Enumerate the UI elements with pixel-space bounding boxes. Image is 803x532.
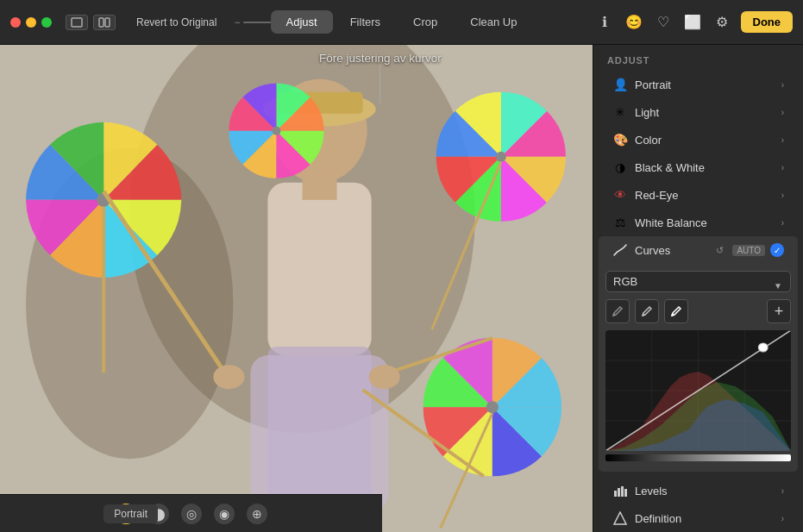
curves-undo-button[interactable]: ↺	[712, 243, 727, 258]
panel-item-portrait[interactable]: 👤 Portrait ›	[599, 71, 798, 98]
levels-chevron: ›	[781, 486, 784, 496]
titlebar: Revert to Original − + Adjust Filters Cr…	[0, 0, 803, 45]
color-label: Color	[635, 134, 781, 147]
svg-rect-37	[614, 491, 617, 497]
svg-point-25	[369, 365, 400, 389]
svg-point-36	[758, 343, 768, 352]
light-label: Light	[635, 106, 781, 119]
bottom-icon-4[interactable]: ⊕	[247, 504, 267, 524]
levels-label: Levels	[635, 485, 781, 498]
bottom-icon-2[interactable]: ◎	[181, 504, 202, 524]
photo-background	[0, 45, 593, 532]
tonal-range-strip	[605, 454, 791, 461]
panel-item-wb[interactable]: ⚖ White Balance ›	[599, 209, 798, 236]
svg-point-16	[486, 401, 499, 413]
photo-area	[0, 45, 593, 532]
bw-icon: ◑	[612, 160, 628, 175]
definition-chevron: ›	[781, 514, 784, 523]
close-button[interactable]	[10, 17, 21, 28]
panel-item-bw[interactable]: ◑ Black & White ›	[599, 153, 798, 181]
tab-cleanup[interactable]: Clean Up	[455, 10, 532, 34]
titlebar-right: ℹ 😊 ♡ ⬜ ⚙ Done	[594, 11, 794, 33]
auto-badge: AUTO	[732, 245, 765, 256]
wb-icon: ⚖	[612, 215, 628, 230]
tab-filters[interactable]: Filters	[335, 10, 396, 34]
eyedropper-mid-button[interactable]	[635, 299, 659, 323]
panel-item-redeye[interactable]: 👁 Red-Eye ›	[599, 181, 798, 209]
curves-tools: +	[605, 299, 791, 323]
portrait-chevron: ›	[781, 80, 784, 90]
svg-rect-2	[105, 18, 110, 27]
redeye-icon: 👁	[612, 187, 628, 203]
svg-rect-0	[72, 18, 82, 27]
panel-item-color[interactable]: 🎨 Color ›	[599, 126, 798, 153]
svg-rect-1	[99, 18, 104, 27]
maximize-button[interactable]	[41, 17, 52, 28]
wb-chevron: ›	[781, 218, 784, 228]
redeye-chevron: ›	[781, 191, 784, 200]
curves-actions: ↺ AUTO ✓	[712, 243, 784, 258]
window-view-toggle	[66, 15, 116, 30]
bottom-bar: ⬡ ⬤ ◎ ◉ ⊕ Portrait	[0, 494, 382, 532]
svg-rect-39	[621, 486, 624, 497]
favorite-icon[interactable]: ♡	[653, 12, 674, 33]
svg-rect-40	[624, 489, 627, 497]
right-panel: ADJUST 👤 Portrait › ✳ Light › 🎨 Color › …	[593, 45, 803, 532]
panel-item-levels[interactable]: Levels ›	[599, 477, 798, 504]
nav-tabs: Adjust Filters Crop Clean Up	[271, 10, 533, 34]
curves-header[interactable]: Curves ↺ AUTO ✓	[599, 236, 798, 264]
svg-point-26	[613, 314, 616, 316]
revert-button[interactable]: Revert to Original	[129, 13, 223, 32]
definition-icon	[612, 510, 628, 526]
traffic-lights	[10, 17, 52, 28]
tab-adjust[interactable]: Adjust	[271, 10, 333, 34]
curves-body: RGB Red Green Blue ▼ +	[599, 264, 798, 472]
split-view-icon[interactable]	[93, 15, 116, 30]
action-icon[interactable]: ⬜	[682, 12, 703, 33]
svg-rect-10	[303, 174, 337, 200]
done-button[interactable]: Done	[741, 11, 794, 33]
tab-crop[interactable]: Crop	[398, 10, 453, 34]
curves-label: Curves	[635, 244, 712, 257]
wb-label: White Balance	[635, 216, 781, 229]
svg-point-18	[272, 127, 280, 135]
svg-rect-9	[267, 183, 371, 355]
info-icon[interactable]: ℹ	[594, 12, 615, 33]
portrait-icon: 👤	[612, 77, 628, 92]
eyedropper-light-button[interactable]	[664, 299, 688, 323]
curves-icon	[612, 242, 628, 258]
single-view-icon[interactable]	[66, 15, 88, 30]
color-chevron: ›	[781, 135, 784, 145]
levels-icon	[612, 483, 628, 498]
main-content: Före justering av kurvor	[0, 45, 803, 532]
definition-label: Definition	[635, 512, 781, 525]
svg-rect-38	[618, 488, 620, 497]
curves-graph[interactable]	[605, 330, 791, 451]
svg-point-28	[672, 314, 674, 316]
bottom-icon-3[interactable]: ◉	[214, 504, 235, 524]
bw-label: Black & White	[635, 161, 781, 174]
bw-chevron: ›	[781, 163, 784, 172]
panel-item-definition[interactable]: Definition ›	[599, 504, 798, 532]
eyedropper-dark-button[interactable]	[605, 299, 630, 323]
svg-point-14	[496, 152, 506, 162]
tools-icon[interactable]: ⚙	[712, 12, 732, 33]
color-icon: 🎨	[612, 132, 628, 147]
portrait-label: Portrait	[635, 78, 781, 91]
minimize-button[interactable]	[26, 17, 36, 28]
portrait-button[interactable]: Portrait	[104, 504, 158, 523]
panel-item-light[interactable]: ✳ Light ›	[599, 98, 798, 126]
redeye-label: Red-Eye	[635, 189, 781, 202]
rgb-select[interactable]: RGB Red Green Blue	[605, 271, 791, 292]
light-chevron: ›	[781, 108, 784, 117]
light-icon: ✳	[612, 104, 628, 120]
svg-point-24	[213, 365, 244, 389]
adjust-section-label: ADJUST	[593, 45, 803, 71]
photo-section: Före justering av kurvor	[0, 45, 593, 532]
curves-svg	[605, 330, 791, 451]
auto-check-icon: ✓	[770, 243, 784, 257]
add-point-button[interactable]: +	[767, 299, 791, 323]
share-icon[interactable]: 😊	[624, 12, 644, 33]
svg-marker-41	[614, 512, 626, 524]
svg-point-27	[643, 314, 645, 316]
